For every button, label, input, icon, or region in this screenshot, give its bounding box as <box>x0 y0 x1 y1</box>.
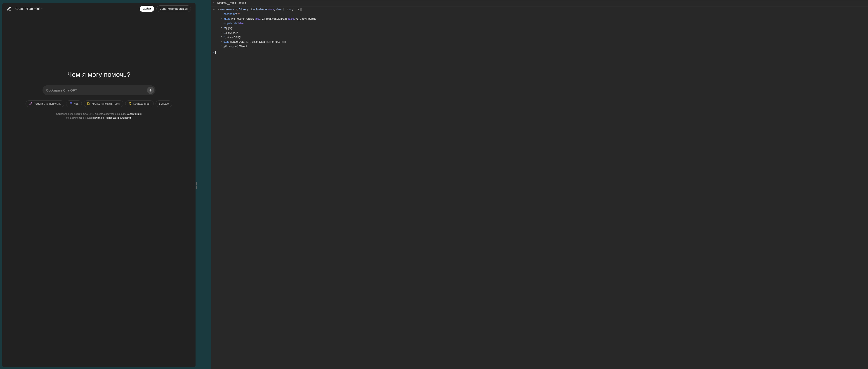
object-property-row[interactable]: ▸state: {loaderData: {…}, actionData: nu… <box>218 39 866 44</box>
console-result-row: ‹· ▾{basename: '/', future: {…}, isSpaMo… <box>211 7 868 49</box>
chip-label: Больше <box>159 102 169 105</box>
bulb-icon <box>129 102 132 105</box>
disclosure-triangle-icon[interactable]: ▸ <box>221 26 223 29</box>
suggestion-chips: Помоги мне написатьКодКратко изложить те… <box>26 100 172 107</box>
pencil-icon <box>29 102 32 105</box>
disclosure-triangle-down-icon[interactable]: ▾ <box>218 8 220 11</box>
suggestion-chip[interactable]: Кратко изложить текст <box>84 100 123 107</box>
chevron-down-icon <box>41 7 43 10</box>
chip-label: Составь план <box>133 102 150 105</box>
suggestion-chip[interactable]: Помоги мне написать <box>26 100 64 107</box>
chat-app-window: ChatGPT 4o mini Войти Зарегистрироваться… <box>2 3 195 367</box>
suggestion-chip[interactable]: Составь план <box>125 100 154 107</box>
login-button[interactable]: Войти <box>140 6 154 12</box>
privacy-link[interactable]: политикой конфиденциальности <box>93 116 131 119</box>
info-badge-icon[interactable]: i <box>300 8 302 11</box>
terms-link[interactable]: условиями <box>127 113 140 115</box>
output-chevron-icon: ‹· <box>213 7 216 11</box>
chat-input-container <box>42 85 156 95</box>
object-property-row[interactable]: ▸p: ƒ (v,e,p,x) <box>218 30 866 35</box>
main-content: Чем я могу помочь? Помоги мне написатьКо… <box>2 14 195 367</box>
resize-handle[interactable] <box>196 182 197 189</box>
console-eval-row: › window.__remixContext <box>211 0 868 7</box>
disclosure-triangle-icon[interactable]: ▸ <box>221 44 223 48</box>
code-icon <box>69 102 72 105</box>
console-input-row[interactable]: › <box>211 50 868 55</box>
object-property-row[interactable]: isSpaMode: false <box>218 21 866 26</box>
signup-button[interactable]: Зарегистрироваться <box>156 5 191 12</box>
suggestion-chip[interactable]: Больше <box>156 100 172 107</box>
console-eval-expression: window.__remixContext <box>217 1 866 5</box>
model-name: ChatGPT 4o mini <box>16 7 39 11</box>
object-property-row[interactable]: ▸[[Prototype]]: Object <box>218 44 866 49</box>
object-property-row[interactable]: ▸future: {v3_fetcherPersist: false, v3_r… <box>218 17 866 21</box>
chat-input[interactable] <box>46 87 147 94</box>
object-property-row[interactable]: basename: "/" <box>218 12 866 16</box>
footer-disclaimer: Отправляя сообщение ChatGPT, вы соглашае… <box>52 112 147 120</box>
object-property-row[interactable]: ▸n: ƒ (i,k) <box>218 26 866 30</box>
send-button[interactable] <box>147 87 154 94</box>
devtools-console: › window.__remixContext ‹· ▾{basename: '… <box>211 0 868 369</box>
disclosure-triangle-icon[interactable]: ▸ <box>221 17 223 20</box>
chip-label: Помоги мне написать <box>33 102 61 105</box>
object-property-row[interactable]: ▸r: ƒ (i,k,v,e,p,x) <box>218 35 866 39</box>
new-chat-icon[interactable] <box>7 6 11 11</box>
disclosure-triangle-icon[interactable]: ▸ <box>221 39 223 43</box>
object-summary-line[interactable]: ▾{basename: '/', future: {…}, isSpaMode:… <box>218 7 866 12</box>
input-chevron-icon: › <box>213 1 216 4</box>
chip-label: Кратко изложить текст <box>92 102 120 105</box>
console-result-object[interactable]: ▾{basename: '/', future: {…}, isSpaMode:… <box>218 7 866 49</box>
disclosure-triangle-icon[interactable]: ▸ <box>221 35 223 38</box>
input-chevron-icon: › <box>213 51 214 54</box>
doc-icon <box>87 102 90 105</box>
suggestion-chip[interactable]: Код <box>66 100 82 107</box>
page-heading: Чем я могу помочь? <box>67 71 130 79</box>
console-cursor <box>215 51 216 54</box>
chip-label: Код <box>74 102 79 105</box>
app-header: ChatGPT 4o mini Войти Зарегистрироваться <box>2 3 195 14</box>
console-input[interactable] <box>217 51 866 54</box>
model-selector[interactable]: ChatGPT 4o mini <box>13 6 45 11</box>
disclosure-triangle-icon[interactable]: ▸ <box>221 30 223 34</box>
